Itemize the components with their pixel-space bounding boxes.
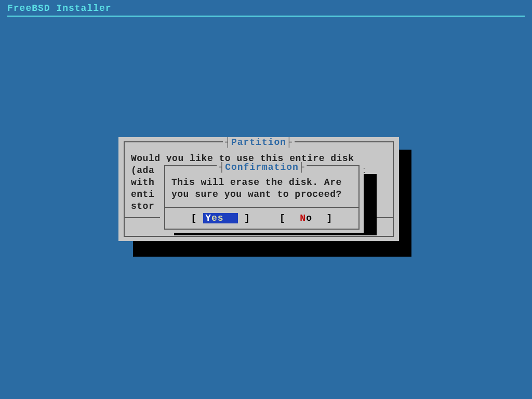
- yes-button[interactable]: [ Yes ]: [191, 213, 250, 223]
- confirmation-dialog-text: This will erase the disk. Are you sure y…: [171, 177, 354, 201]
- confirmation-dialog-title: ┤Confirmation├: [217, 162, 307, 172]
- partition-dialog-title: ┤Partition├: [223, 137, 295, 148]
- app-title: FreeBSD Installer: [0, 0, 532, 16]
- confirmation-dialog: ┤Confirmation├ This will erase the disk.…: [160, 162, 364, 233]
- header-divider: [7, 16, 525, 17]
- no-button[interactable]: [ No ]: [280, 213, 333, 223]
- confirmation-buttons: [ Yes ] [ No ]: [160, 213, 364, 223]
- confirmation-dialog-separator: [165, 207, 358, 208]
